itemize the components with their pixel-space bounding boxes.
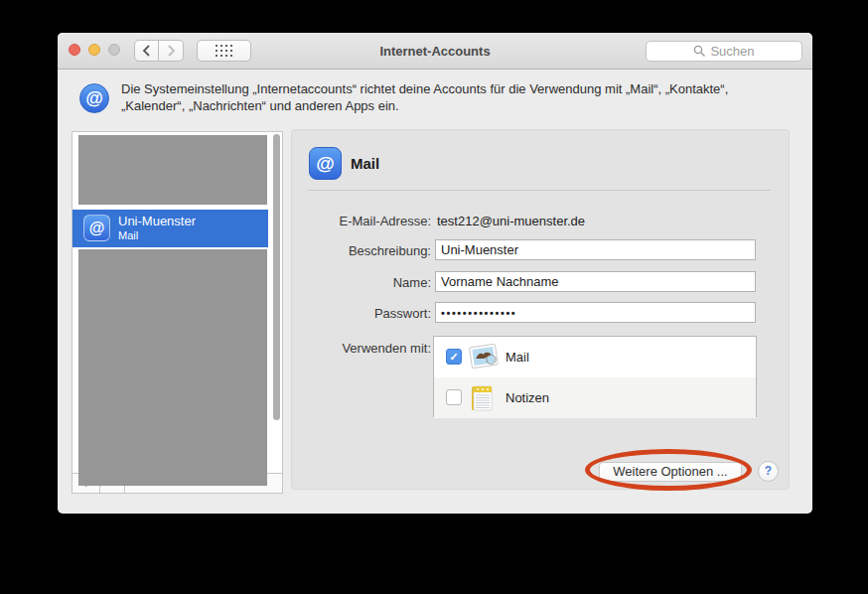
account-detail-panel: @ Mail E-Mail-Adresse: test212@uni-muens… — [291, 129, 790, 490]
account-name: Uni-Muenster — [118, 214, 196, 228]
redacted-account-row[interactable] — [78, 135, 267, 205]
email-label: E-Mail-Adresse: — [292, 214, 431, 228]
password-field[interactable] — [435, 302, 756, 323]
mail-account-icon: @ — [309, 147, 342, 180]
intro-text-line2: „Kalender“, „Nachrichten“ und anderen Ap… — [121, 97, 812, 114]
use-with-list: ✓ Mail — [433, 336, 757, 417]
title-bar: Internet-Accounts Suchen — [58, 33, 812, 70]
help-button[interactable]: ? — [758, 461, 779, 482]
header-divider — [308, 190, 771, 191]
intro-section: @ Die Systemeinstellung „Internetaccount… — [58, 70, 812, 124]
more-options-button[interactable]: Weitere Optionen ... — [599, 462, 742, 482]
use-with-row-mail: ✓ Mail — [434, 337, 756, 377]
name-label: Name: — [292, 275, 431, 290]
use-with-label: Verwenden mit: — [292, 341, 431, 356]
account-list: @ Uni-Muenster Mail + − — [72, 131, 283, 494]
mail-checkbox[interactable]: ✓ — [446, 349, 462, 365]
intro-text: Die Systemeinstellung „Internetaccounts“… — [121, 80, 812, 114]
name-field[interactable] — [435, 271, 756, 292]
search-placeholder: Suchen — [710, 44, 754, 59]
use-with-item-label: Notizen — [506, 390, 549, 405]
intro-text-line1: Die Systemeinstellung „Internetaccounts“… — [121, 80, 812, 97]
account-type-icon: @ — [83, 215, 110, 241]
use-with-item-label: Mail — [506, 350, 529, 365]
description-label: Beschreibung: — [292, 243, 431, 258]
mail-app-icon — [466, 342, 502, 376]
account-subtitle: Mail — [118, 229, 138, 241]
description-field[interactable] — [435, 239, 756, 260]
internet-accounts-icon: @ — [79, 83, 109, 113]
email-value: test212@uni-muenster.de — [437, 214, 585, 228]
notes-app-icon — [468, 384, 496, 416]
screenshot-stage: Internet-Accounts Suchen @ Die Systemein… — [0, 0, 868, 594]
search-input[interactable]: Suchen — [646, 41, 802, 62]
notizen-checkbox[interactable] — [446, 389, 462, 405]
use-with-row-notizen: Notizen — [434, 377, 756, 418]
internet-accounts-window: Internet-Accounts Suchen @ Die Systemein… — [58, 33, 812, 514]
sidebar-scrollbar-thumb[interactable] — [273, 134, 280, 420]
account-type-title: Mail — [351, 155, 379, 172]
search-icon — [693, 45, 706, 58]
redacted-account-rows[interactable] — [78, 249, 267, 486]
password-label: Passwort: — [292, 306, 431, 321]
account-row-uni-muenster[interactable]: @ Uni-Muenster Mail — [72, 210, 268, 247]
